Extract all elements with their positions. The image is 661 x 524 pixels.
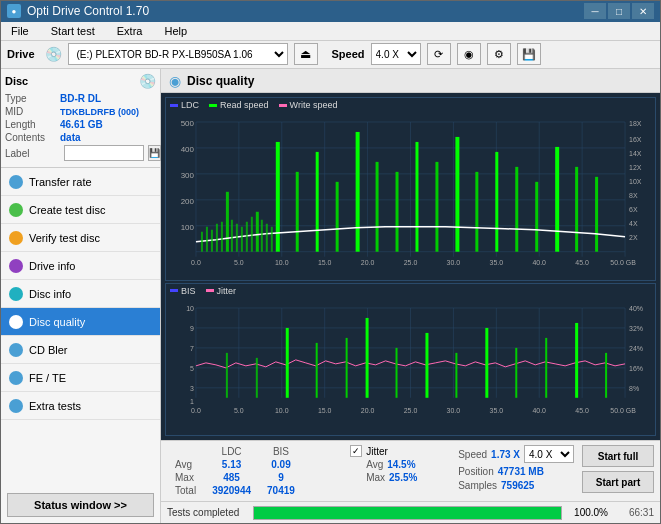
svg-text:40.0: 40.0 [532, 406, 546, 413]
position-label: Position [458, 466, 494, 477]
svg-text:20.0: 20.0 [361, 259, 375, 266]
disc-label-label: Label [5, 148, 60, 159]
nav-drive-info-label: Drive info [29, 260, 75, 272]
sidebar-item-extra-tests[interactable]: Extra tests [1, 392, 160, 420]
total-ldc: 3920944 [204, 484, 259, 497]
sidebar-item-disc-quality[interactable]: Disc quality [1, 308, 160, 336]
disc-header: Disc 💿 [5, 73, 156, 89]
svg-rect-55 [495, 152, 498, 252]
svg-text:24%: 24% [629, 345, 643, 352]
sidebar-item-cd-bler[interactable]: CD Bler [1, 336, 160, 364]
drive-info-icon [9, 259, 23, 273]
disc-scan-button[interactable]: ◉ [457, 43, 481, 65]
jitter-color [206, 289, 214, 292]
svg-rect-112 [545, 338, 547, 398]
svg-text:30.0: 30.0 [447, 259, 461, 266]
disc-type-label: Type [5, 93, 60, 104]
sidebar-item-verify-test-disc[interactable]: Verify test disc [1, 224, 160, 252]
menu-start-test[interactable]: Start test [45, 23, 101, 39]
app-icon: ● [7, 4, 21, 18]
svg-rect-54 [475, 172, 478, 252]
menu-help[interactable]: Help [158, 23, 193, 39]
svg-rect-64 [216, 224, 218, 252]
speed-select-stats[interactable]: 4.0 X [524, 445, 574, 463]
jitter-max: 25.5% [389, 472, 417, 483]
read-speed-label: Read speed [220, 100, 269, 110]
transfer-rate-icon [9, 175, 23, 189]
svg-rect-66 [231, 220, 233, 252]
speed-position-section: Speed 1.73 X 4.0 X Position 47731 MB Sam… [458, 445, 574, 491]
speed-select[interactable]: 4.0 X [371, 43, 421, 65]
disc-label-input[interactable] [64, 145, 144, 161]
svg-text:40%: 40% [629, 305, 643, 312]
nav-verify-test-disc-label: Verify test disc [29, 232, 100, 244]
settings-button[interactable]: ⚙ [487, 43, 511, 65]
svg-text:200: 200 [181, 197, 195, 206]
status-window-button[interactable]: Status window >> [7, 493, 154, 517]
svg-rect-111 [515, 348, 517, 398]
samples-label: Samples [458, 480, 497, 491]
progress-time: 66:31 [614, 507, 654, 518]
minimize-button[interactable]: ─ [584, 3, 606, 19]
sidebar-item-transfer-rate[interactable]: Transfer rate [1, 168, 160, 196]
menu-extra[interactable]: Extra [111, 23, 149, 39]
jitter-avg: 14.5% [387, 459, 415, 470]
disc-contents-value: data [60, 132, 81, 143]
svg-text:25.0: 25.0 [404, 406, 418, 413]
svg-text:0.0: 0.0 [191, 406, 201, 413]
eject-button[interactable]: ⏏ [294, 43, 318, 65]
disc-label-row: Label 💾 [5, 145, 156, 161]
svg-text:10.0: 10.0 [275, 406, 289, 413]
menu-file[interactable]: File [5, 23, 35, 39]
start-full-button[interactable]: Start full [582, 445, 654, 467]
svg-rect-65 [221, 222, 223, 252]
top-chart-legend: LDC Read speed Write speed [166, 98, 655, 112]
main-layout: Disc 💿 Type BD-R DL MID TDKBLDRFB (000) … [1, 69, 660, 523]
svg-text:12X: 12X [629, 164, 642, 171]
sidebar-item-drive-info[interactable]: Drive info [1, 252, 160, 280]
svg-text:30.0: 30.0 [447, 406, 461, 413]
svg-rect-73 [271, 227, 273, 252]
legend-ldc: LDC [170, 100, 199, 110]
content-header-icon: ◉ [169, 73, 181, 89]
progress-percent: 100.0% [568, 507, 608, 518]
sidebar-item-create-test-disc[interactable]: Create test disc [1, 196, 160, 224]
svg-text:5.0: 5.0 [234, 406, 244, 413]
sidebar-item-disc-info[interactable]: Disc info [1, 280, 160, 308]
content-header: ◉ Disc quality [161, 69, 660, 93]
jitter-checkbox[interactable]: ✓ [350, 445, 362, 457]
save-button[interactable]: 💾 [517, 43, 541, 65]
svg-text:7: 7 [190, 345, 194, 352]
drive-select[interactable]: (E:) PLEXTOR BD-R PX-LB950SA 1.06 [68, 43, 288, 65]
svg-text:16%: 16% [629, 365, 643, 372]
svg-text:15.0: 15.0 [318, 406, 332, 413]
cd-bler-icon [9, 343, 23, 357]
disc-section: Disc 💿 Type BD-R DL MID TDKBLDRFB (000) … [1, 69, 160, 168]
refresh-button[interactable]: ⟳ [427, 43, 451, 65]
svg-text:6X: 6X [629, 206, 638, 213]
svg-text:10X: 10X [629, 178, 642, 185]
status-text: Tests completed [167, 507, 247, 518]
svg-rect-44 [276, 142, 280, 252]
start-part-button[interactable]: Start part [582, 471, 654, 493]
ldc-color [170, 104, 178, 107]
svg-rect-46 [316, 152, 319, 252]
sidebar-item-fe-te[interactable]: FE / TE [1, 364, 160, 392]
svg-text:35.0: 35.0 [490, 259, 504, 266]
svg-text:10: 10 [186, 305, 194, 312]
disc-title: Disc [5, 75, 28, 87]
title-bar-controls: ─ □ ✕ [584, 3, 654, 19]
content-area: ◉ Disc quality LDC Read speed [161, 69, 660, 523]
maximize-button[interactable]: □ [608, 3, 630, 19]
svg-rect-53 [455, 137, 459, 252]
total-label: Total [167, 484, 204, 497]
title-bar-left: ● Opti Drive Control 1.70 [7, 4, 149, 18]
progress-bar-inner [254, 507, 561, 519]
close-button[interactable]: ✕ [632, 3, 654, 19]
samples-value: 759625 [501, 480, 534, 491]
svg-rect-51 [415, 142, 418, 252]
disc-type-row: Type BD-R DL [5, 93, 156, 104]
svg-rect-50 [396, 172, 399, 252]
disc-label-save-button[interactable]: 💾 [148, 145, 161, 161]
disc-eject-icon[interactable]: 💿 [139, 73, 156, 89]
